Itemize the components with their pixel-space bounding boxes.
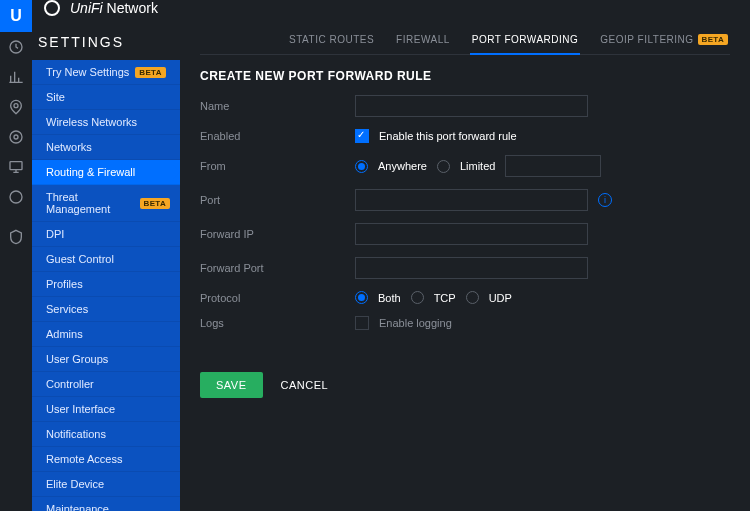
tabs: STATIC ROUTESFIREWALLPORT FORWARDINGGEOI…: [200, 28, 730, 55]
label-logs: Logs: [200, 317, 355, 329]
tab-label: STATIC ROUTES: [289, 34, 374, 45]
forward-port-input[interactable]: [355, 257, 588, 279]
rail-dashboard-icon[interactable]: [0, 32, 32, 62]
sidebar-item-label: Guest Control: [46, 253, 114, 265]
protocol-both-radio[interactable]: [355, 291, 368, 304]
settings-heading: SETTINGS: [32, 34, 180, 60]
svg-point-2: [10, 131, 22, 143]
port-forward-form: Name Enabled Enable this port forward ru…: [200, 95, 730, 398]
sidebar-item-label: DPI: [46, 228, 64, 240]
sidebar-item-label: User Interface: [46, 403, 115, 415]
sidebar-item-wireless-networks[interactable]: Wireless Networks: [32, 110, 180, 135]
sidebar-item-notifications[interactable]: Notifications: [32, 422, 180, 447]
from-limited-radio[interactable]: [437, 160, 450, 173]
sidebar-item-label: Site: [46, 91, 65, 103]
protocol-tcp-radio[interactable]: [411, 291, 424, 304]
logs-checkbox-label[interactable]: Enable logging: [379, 317, 452, 329]
app-title: UniFi Network: [70, 0, 158, 16]
rail-stats-icon[interactable]: [0, 62, 32, 92]
svg-point-1: [14, 104, 18, 108]
label-forward-ip: Forward IP: [200, 228, 355, 240]
sidebar-item-profiles[interactable]: Profiles: [32, 272, 180, 297]
sidebar-item-label: Profiles: [46, 278, 83, 290]
icon-rail: U: [0, 0, 32, 511]
from-anywhere-radio[interactable]: [355, 160, 368, 173]
info-icon[interactable]: i: [598, 193, 612, 207]
forward-ip-input[interactable]: [355, 223, 588, 245]
sidebar-item-admins[interactable]: Admins: [32, 322, 180, 347]
label-enabled: Enabled: [200, 130, 355, 142]
controller-status-icon: [44, 0, 60, 16]
main-panel: STATIC ROUTESFIREWALLPORT FORWARDINGGEOI…: [180, 16, 750, 511]
sidebar-item-user-interface[interactable]: User Interface: [32, 397, 180, 422]
sidebar-item-maintenance[interactable]: Maintenance: [32, 497, 180, 511]
sidebar-item-guest-control[interactable]: Guest Control: [32, 247, 180, 272]
sidebar-item-label: Services: [46, 303, 88, 315]
rail-devices-icon[interactable]: [0, 122, 32, 152]
label-forward-port: Forward Port: [200, 262, 355, 274]
save-button[interactable]: SAVE: [200, 372, 263, 398]
rail-insights-icon[interactable]: [0, 182, 32, 212]
beta-badge: BETA: [698, 34, 728, 45]
label-protocol: Protocol: [200, 292, 355, 304]
tab-port-forwarding[interactable]: PORT FORWARDING: [470, 28, 581, 55]
protocol-udp-radio[interactable]: [466, 291, 479, 304]
svg-point-3: [14, 135, 18, 139]
sidebar-item-user-groups[interactable]: User Groups: [32, 347, 180, 372]
sidebar-item-site[interactable]: Site: [32, 85, 180, 110]
sidebar-item-label: Routing & Firewall: [46, 166, 135, 178]
rail-security-icon[interactable]: [0, 222, 32, 252]
tab-label: FIREWALL: [396, 34, 450, 45]
tab-label: PORT FORWARDING: [472, 34, 579, 45]
label-name: Name: [200, 100, 355, 112]
label-port: Port: [200, 194, 355, 206]
from-anywhere-label[interactable]: Anywhere: [378, 160, 427, 172]
page-title: CREATE NEW PORT FORWARD RULE: [200, 55, 730, 95]
name-input[interactable]: [355, 95, 588, 117]
beta-badge: BETA: [140, 198, 170, 209]
enabled-checkbox[interactable]: [355, 129, 369, 143]
protocol-tcp-label[interactable]: TCP: [434, 292, 456, 304]
sidebar-item-routing-firewall[interactable]: Routing & Firewall: [32, 160, 180, 185]
tab-static-routes[interactable]: STATIC ROUTES: [287, 28, 376, 55]
sidebar-item-label: User Groups: [46, 353, 108, 365]
tab-firewall[interactable]: FIREWALL: [394, 28, 452, 55]
sidebar-item-controller[interactable]: Controller: [32, 372, 180, 397]
port-input[interactable]: [355, 189, 588, 211]
svg-point-5: [10, 191, 22, 203]
label-from: From: [200, 160, 355, 172]
sidebar-item-label: Threat Management: [46, 191, 134, 215]
sidebar-item-label: Wireless Networks: [46, 116, 137, 128]
sidebar-item-services[interactable]: Services: [32, 297, 180, 322]
sidebar-item-remote-access[interactable]: Remote Access: [32, 447, 180, 472]
sidebar-item-label: Admins: [46, 328, 83, 340]
enabled-checkbox-label[interactable]: Enable this port forward rule: [379, 130, 517, 142]
sidebar-item-label: Maintenance: [46, 503, 109, 511]
protocol-both-label[interactable]: Both: [378, 292, 401, 304]
cancel-button[interactable]: CANCEL: [281, 379, 329, 391]
protocol-udp-label[interactable]: UDP: [489, 292, 512, 304]
logs-checkbox[interactable]: [355, 316, 369, 330]
tab-geoip-filtering[interactable]: GEOIP FILTERINGBETA: [598, 28, 730, 55]
sidebar-item-label: Controller: [46, 378, 94, 390]
from-limited-input[interactable]: [505, 155, 601, 177]
sidebar-item-networks[interactable]: Networks: [32, 135, 180, 160]
unifi-logo[interactable]: U: [0, 0, 32, 32]
sidebar-item-label: Networks: [46, 141, 92, 153]
sidebar-item-dpi[interactable]: DPI: [32, 222, 180, 247]
tab-label: GEOIP FILTERING: [600, 34, 693, 45]
settings-sidebar: SETTINGS Try New SettingsBETASiteWireles…: [32, 16, 180, 511]
sidebar-item-label: Remote Access: [46, 453, 122, 465]
beta-badge: BETA: [135, 67, 165, 78]
sidebar-item-label: Try New Settings: [46, 66, 129, 78]
rail-map-icon[interactable]: [0, 92, 32, 122]
sidebar-item-threat-management[interactable]: Threat ManagementBETA: [32, 185, 180, 222]
sidebar-item-elite-device[interactable]: Elite Device: [32, 472, 180, 497]
sidebar-item-try-new-settings[interactable]: Try New SettingsBETA: [32, 60, 180, 85]
sidebar-item-label: Notifications: [46, 428, 106, 440]
svg-rect-4: [10, 162, 22, 170]
from-limited-label[interactable]: Limited: [460, 160, 495, 172]
topbar: UniFi Network: [32, 0, 750, 16]
rail-clients-icon[interactable]: [0, 152, 32, 182]
sidebar-item-label: Elite Device: [46, 478, 104, 490]
